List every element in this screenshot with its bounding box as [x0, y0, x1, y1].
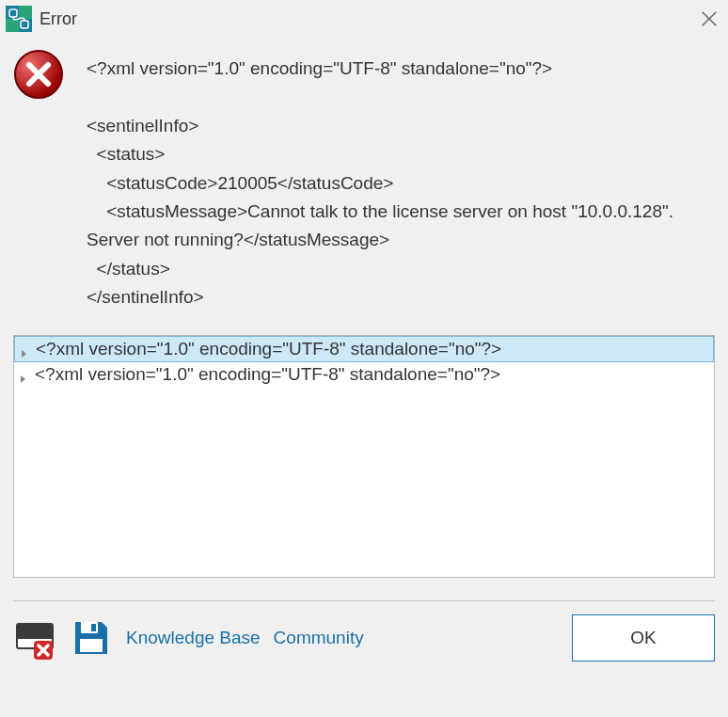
list-item-text: <?xml version="1.0" encoding="UTF-8" sta…	[35, 364, 500, 385]
close-icon[interactable]	[696, 6, 722, 32]
footer: Knowledge Base Community OK	[0, 601, 728, 675]
chevron-right-icon[interactable]	[19, 343, 30, 355]
list-item[interactable]: <?xml version="1.0" encoding="UTF-8" sta…	[14, 362, 714, 387]
svg-rect-17	[91, 624, 96, 631]
details-list[interactable]: <?xml version="1.0" encoding="UTF-8" sta…	[13, 335, 715, 578]
ok-button[interactable]: OK	[572, 614, 715, 661]
list-item[interactable]: <?xml version="1.0" encoding="UTF-8" sta…	[14, 336, 714, 362]
error-icon	[13, 49, 64, 100]
svg-rect-18	[80, 639, 103, 652]
list-item-text: <?xml version="1.0" encoding="UTF-8" sta…	[36, 339, 501, 359]
report-error-icon[interactable]	[13, 616, 56, 660]
error-message: <?xml version="1.0" encoding="UTF-8" sta…	[87, 49, 715, 312]
footer-links: Knowledge Base Community	[126, 628, 364, 648]
app-icon	[6, 6, 32, 32]
chevron-right-icon[interactable]	[18, 369, 29, 380]
knowledge-base-link[interactable]: Knowledge Base	[126, 628, 261, 648]
save-icon[interactable]	[70, 616, 113, 660]
community-link[interactable]: Community	[274, 628, 364, 648]
message-area: <?xml version="1.0" encoding="UTF-8" sta…	[0, 38, 728, 312]
window-title: Error	[40, 9, 696, 29]
titlebar: Error	[0, 0, 728, 38]
